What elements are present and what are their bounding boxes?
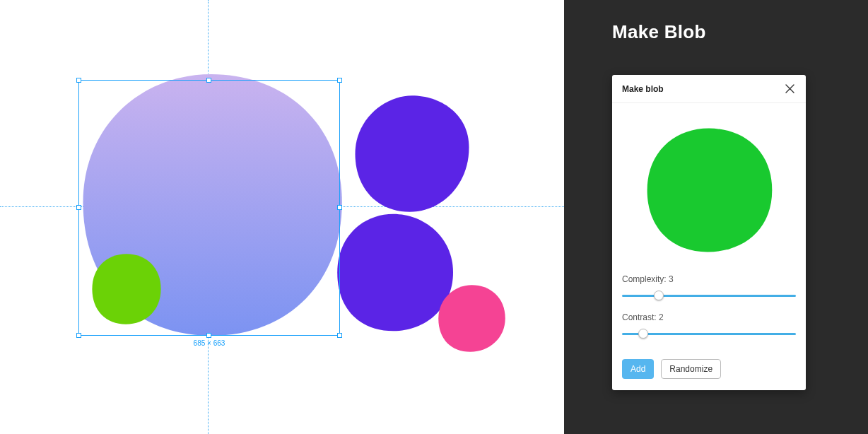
complexity-slider[interactable] <box>622 288 796 303</box>
panel-header: Make blob <box>612 75 806 103</box>
selection-handle-top-left[interactable] <box>76 78 81 83</box>
selection-handle-bottom-right[interactable] <box>337 333 342 338</box>
randomize-button[interactable]: Randomize <box>661 359 721 379</box>
design-canvas[interactable]: 685 × 663 <box>0 0 564 434</box>
close-icon[interactable] <box>783 83 796 95</box>
add-button[interactable]: Add <box>622 359 654 379</box>
complexity-label: Complexity: 3 <box>622 274 796 284</box>
canvas-blob-purple-top[interactable] <box>345 92 479 216</box>
selection-handle-top-right[interactable] <box>337 78 342 83</box>
slider-track <box>622 295 796 297</box>
slider-track <box>622 333 796 335</box>
canvas-blob-pink[interactable] <box>435 281 509 356</box>
selection-handle-left-mid[interactable] <box>76 205 81 210</box>
selection-handle-top-mid[interactable] <box>206 78 211 83</box>
selection-handle-right-mid[interactable] <box>337 205 342 210</box>
panel-title: Make blob <box>622 84 783 94</box>
sidebar: Make Blob Make blob Complexity: 3 Contra… <box>564 0 868 434</box>
sidebar-title: Make Blob <box>612 21 706 43</box>
selection-handle-bottom-mid[interactable] <box>206 333 211 338</box>
blob-preview <box>622 116 796 264</box>
contrast-label: Contrast: 2 <box>622 312 796 322</box>
plugin-panel: Make blob Complexity: 3 Contrast: 2 <box>612 75 806 390</box>
selection-box[interactable]: 685 × 663 <box>78 80 340 336</box>
contrast-slider[interactable] <box>622 327 796 341</box>
selection-handle-bottom-left[interactable] <box>76 333 81 338</box>
slider-thumb[interactable] <box>654 291 664 300</box>
selection-dimensions-label: 685 × 663 <box>194 339 225 347</box>
slider-thumb[interactable] <box>638 329 648 339</box>
